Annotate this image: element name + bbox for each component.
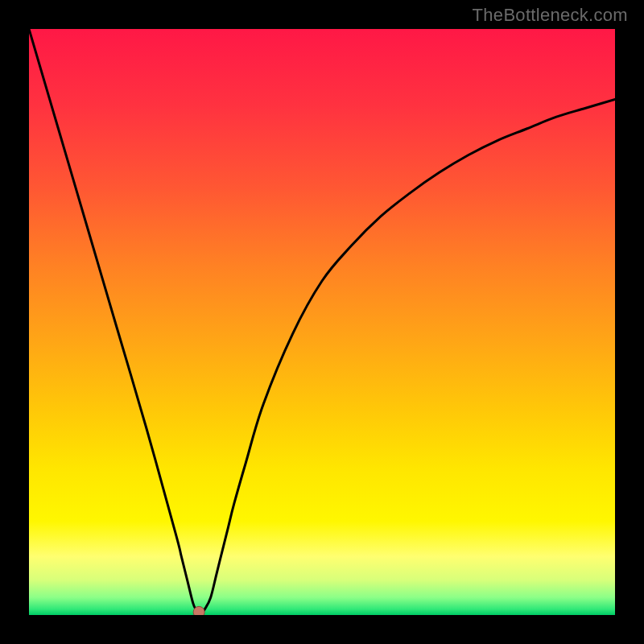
bottleneck-chart	[29, 29, 615, 615]
watermark-text: TheBottleneck.com	[473, 5, 628, 26]
chart-frame: TheBottleneck.com	[0, 0, 644, 644]
optimal-point-marker	[193, 606, 204, 615]
chart-background	[29, 29, 615, 615]
